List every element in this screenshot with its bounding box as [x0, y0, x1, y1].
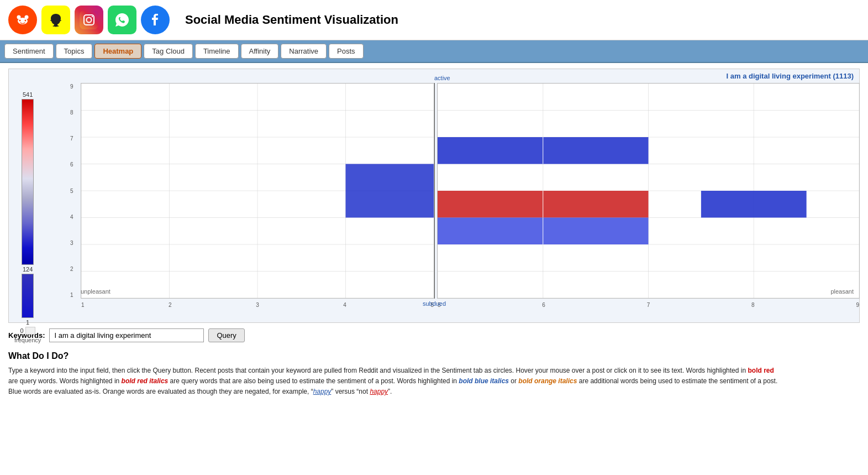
left-x-axis: 1 2 3 4 5 [81, 302, 434, 308]
bold-orange-italic-example: bold orange italics [518, 377, 577, 385]
right-x-axis: 5 6 7 8 9 [438, 302, 859, 308]
nav-tabs: Sentiment Topics Heatmap Tag Cloud Timel… [0, 40, 868, 63]
tab-timeline[interactable]: Timeline [195, 44, 239, 59]
left-chart-panel: 9 8 7 6 5 4 3 2 1 1 2 3 4 5 [81, 83, 434, 299]
svg-point-12 [92, 16, 93, 17]
tab-affinity[interactable]: Affinity [241, 44, 279, 59]
italic-blue-happy: happy [313, 388, 332, 395]
query-button[interactable]: Query [208, 328, 244, 342]
italic-red-happy: happy [370, 388, 388, 395]
axis-unpleasant-label: unpleasant [81, 288, 111, 295]
main-content: I am a digital living experiment (1113) … [0, 63, 868, 403]
what-title: What Do I Do? [8, 351, 860, 361]
instagram-icon[interactable] [75, 6, 103, 34]
tab-topics[interactable]: Topics [56, 44, 93, 59]
axis-subdued-label: subdued [423, 300, 446, 307]
left-y-axis: 9 8 7 6 5 4 3 2 1 [70, 83, 73, 298]
svg-point-7 [25, 15, 29, 19]
y-tick-5: 5 [70, 188, 73, 194]
svg-rect-49 [701, 191, 807, 218]
y-tick-2: 2 [70, 266, 73, 272]
header: Social Media Sentiment Visualization [0, 0, 868, 40]
legend-num1: 1 [26, 319, 29, 326]
legend-mid: 124 [23, 266, 33, 273]
svg-rect-30 [346, 191, 434, 218]
chart-container: I am a digital living experiment (1113) … [8, 69, 860, 323]
left-grid-svg [81, 83, 434, 298]
bold-red-italic-example: bold red italics [122, 377, 169, 385]
chart-title: I am a digital living experiment (1113) [727, 72, 854, 80]
y-tick-8: 8 [70, 109, 73, 116]
what-do-i-do-section: What Do I Do? Type a keyword into the in… [8, 351, 860, 398]
y-tick-3: 3 [70, 240, 73, 246]
color-gradient-bar [22, 99, 34, 265]
legend-colorbar: 541 124 1 0 frequency [14, 91, 41, 343]
social-icons: Social Media Sentiment Visualization [8, 6, 398, 34]
header-title: Social Media Sentiment Visualization [185, 13, 398, 27]
tab-posts[interactable]: Posts [329, 44, 364, 59]
reddit-icon[interactable] [8, 6, 37, 34]
axis-active-label: active [434, 75, 450, 81]
y-tick-4: 4 [70, 214, 73, 220]
bold-blue-italic-example: bold blue italics [459, 377, 509, 385]
keywords-area: Keywords: Query [8, 328, 860, 342]
legend-zero: 0 [20, 327, 24, 334]
snapchat-icon[interactable] [41, 6, 70, 34]
tab-narrative[interactable]: Narrative [281, 44, 327, 59]
facebook-icon[interactable] [141, 6, 170, 34]
y-tick-1: 1 [70, 292, 73, 298]
legend-zero-box [25, 327, 35, 335]
what-text: Type a keyword into the input field, the… [8, 366, 782, 398]
axis-pleasant-label: pleasant [830, 288, 854, 295]
y-tick-9: 9 [70, 83, 73, 90]
bold-red-example: bold red [748, 367, 774, 374]
color-bar-lower [22, 274, 34, 318]
legend-max: 541 [23, 91, 33, 98]
whatsapp-icon[interactable] [108, 6, 136, 34]
divider-line [434, 83, 435, 299]
tab-sentiment[interactable]: Sentiment [4, 44, 54, 59]
svg-rect-29 [346, 164, 434, 191]
keywords-input[interactable] [49, 328, 204, 342]
legend-label: frequency [14, 337, 41, 343]
tab-heatmap[interactable]: Heatmap [94, 44, 141, 59]
right-grid-svg [438, 83, 859, 298]
y-tick-7: 7 [70, 135, 73, 142]
y-tick-6: 6 [70, 161, 73, 168]
svg-point-2 [19, 20, 21, 22]
right-chart-panel: 5 6 7 8 9 [437, 83, 860, 299]
svg-rect-9 [80, 11, 98, 29]
tab-tagcloud[interactable]: Tag Cloud [144, 44, 193, 59]
svg-point-6 [17, 15, 21, 19]
